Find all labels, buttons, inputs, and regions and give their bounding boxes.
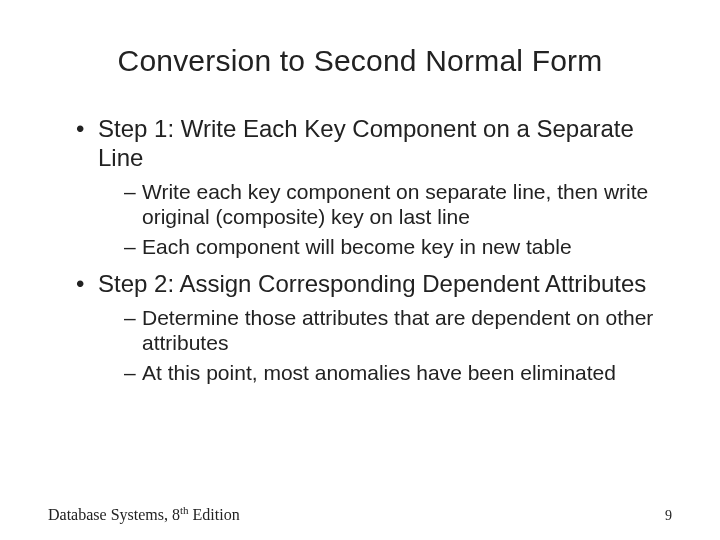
list-item-text: Each component will become key in new ta…: [142, 235, 572, 258]
list-item: Determine those attributes that are depe…: [124, 305, 672, 356]
list-item-text: Step 2: Assign Corresponding Dependent A…: [98, 270, 646, 297]
footer: Database Systems, 8th Edition 9: [48, 504, 672, 524]
slide-title: Conversion to Second Normal Form: [48, 44, 672, 78]
page-number: 9: [665, 508, 672, 524]
footer-source-prefix: Database Systems, 8: [48, 506, 180, 523]
list-item-text: At this point, most anomalies have been …: [142, 361, 616, 384]
sub-list: Determine those attributes that are depe…: [98, 305, 672, 386]
list-item: Each component will become key in new ta…: [124, 234, 672, 260]
footer-source-suffix: Edition: [189, 506, 240, 523]
footer-source-sup: th: [180, 504, 189, 516]
list-item: Step 1: Write Each Key Component on a Se…: [76, 114, 672, 259]
list-item: At this point, most anomalies have been …: [124, 360, 672, 386]
list-item: Step 2: Assign Corresponding Dependent A…: [76, 269, 672, 385]
list-item-text: Determine those attributes that are depe…: [142, 306, 653, 355]
list-item-text: Write each key component on separate lin…: [142, 180, 648, 229]
list-item-text: Step 1: Write Each Key Component on a Se…: [98, 115, 634, 171]
bullet-list: Step 1: Write Each Key Component on a Se…: [48, 114, 672, 385]
list-item: Write each key component on separate lin…: [124, 179, 672, 230]
footer-source: Database Systems, 8th Edition: [48, 504, 240, 524]
sub-list: Write each key component on separate lin…: [98, 179, 672, 260]
slide: Conversion to Second Normal Form Step 1:…: [0, 0, 720, 540]
